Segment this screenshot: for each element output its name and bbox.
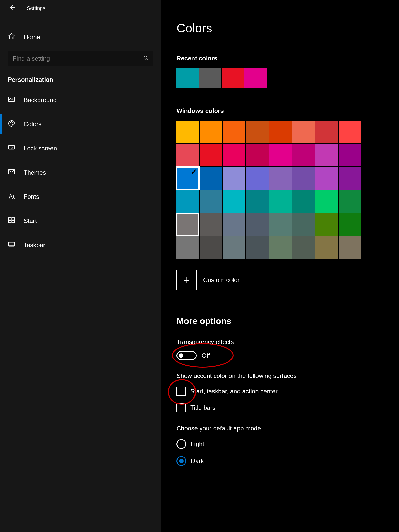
- app-mode-label: Choose your default app mode: [176, 425, 384, 432]
- windows-color-swatch[interactable]: [339, 167, 361, 190]
- windows-color-swatch[interactable]: [292, 236, 315, 259]
- windows-color-swatch[interactable]: [339, 213, 361, 236]
- radio-light-row: Light: [176, 439, 384, 449]
- svg-rect-10: [9, 218, 11, 220]
- windows-color-swatch[interactable]: [176, 190, 199, 213]
- windows-color-swatch[interactable]: [246, 190, 269, 213]
- windows-color-swatch[interactable]: [315, 236, 338, 259]
- windows-color-swatch[interactable]: [200, 144, 222, 166]
- windows-color-swatch[interactable]: [246, 213, 269, 236]
- recent-color-swatch[interactable]: [222, 68, 244, 88]
- windows-color-swatch[interactable]: [223, 236, 245, 259]
- svg-line-2: [147, 59, 148, 60]
- nav-item-taskbar[interactable]: Taskbar: [0, 233, 161, 257]
- windows-color-swatch[interactable]: [246, 144, 269, 166]
- accent-surfaces-label: Show accent color on the following surfa…: [176, 372, 384, 380]
- windows-color-swatch[interactable]: [269, 144, 292, 166]
- windows-color-swatch[interactable]: [176, 236, 199, 259]
- windows-color-swatch[interactable]: [315, 144, 338, 166]
- nav-label: Background: [24, 96, 57, 104]
- search-input[interactable]: [8, 51, 153, 66]
- nav-item-background[interactable]: Background: [0, 88, 161, 112]
- check-title-box[interactable]: [176, 403, 186, 412]
- back-icon[interactable]: [8, 4, 16, 13]
- radio-light[interactable]: [176, 439, 186, 449]
- windows-color-swatch[interactable]: [315, 121, 338, 143]
- windows-color-swatch[interactable]: [200, 167, 222, 190]
- windows-color-swatch[interactable]: [315, 167, 338, 190]
- windows-color-swatch[interactable]: [269, 213, 292, 236]
- nav-item-fonts[interactable]: Fonts: [0, 185, 161, 209]
- windows-color-swatch[interactable]: [223, 190, 245, 213]
- windows-color-swatch[interactable]: [246, 236, 269, 259]
- nav-label: Colors: [24, 121, 41, 128]
- windows-color-swatch[interactable]: [223, 121, 245, 143]
- check-start-row: Start, taskbar, and action center: [176, 387, 384, 396]
- transparency-toggle-row: Off: [176, 351, 384, 360]
- windows-color-swatch[interactable]: [200, 236, 222, 259]
- custom-color-row: + Custom color: [176, 270, 384, 290]
- recent-color-swatch[interactable]: [199, 68, 221, 88]
- windows-color-swatch[interactable]: [223, 167, 245, 190]
- check-title-label: Title bars: [190, 404, 216, 411]
- windows-color-swatch[interactable]: [269, 236, 292, 259]
- windows-color-swatch[interactable]: [176, 121, 199, 143]
- nav-label: Taskbar: [24, 241, 45, 249]
- radio-dark[interactable]: [176, 456, 186, 466]
- windows-color-swatch[interactable]: [292, 213, 315, 236]
- svg-rect-7: [9, 145, 15, 149]
- windows-color-swatch[interactable]: [223, 144, 245, 166]
- nav-label: Start: [24, 217, 37, 224]
- themes-icon: [8, 168, 15, 177]
- svg-rect-13: [12, 220, 14, 223]
- nav-item-start[interactable]: Start: [0, 209, 161, 233]
- nav-item-colors[interactable]: Colors: [0, 112, 161, 136]
- search-icon[interactable]: [143, 55, 149, 62]
- windows-color-swatch[interactable]: [339, 190, 361, 213]
- svg-point-5: [11, 122, 12, 122]
- check-start-box[interactable]: [176, 387, 186, 396]
- check-start-label: Start, taskbar, and action center: [190, 388, 278, 395]
- windows-color-swatch[interactable]: [339, 121, 361, 143]
- transparency-label: Transparency effects: [176, 338, 384, 346]
- windows-color-swatch[interactable]: [223, 213, 245, 236]
- windows-color-swatch[interactable]: [246, 167, 269, 190]
- windows-color-swatch[interactable]: [200, 213, 222, 236]
- windows-color-swatch[interactable]: [315, 190, 338, 213]
- windows-color-swatch[interactable]: [292, 121, 315, 143]
- windows-color-swatch[interactable]: [292, 167, 315, 190]
- title-bar: Settings: [0, 0, 161, 16]
- recent-colors-row: [176, 68, 384, 88]
- home-icon: [8, 32, 15, 42]
- windows-color-swatch[interactable]: [246, 121, 269, 143]
- nav-item-themes[interactable]: Themes: [0, 160, 161, 185]
- transparency-toggle[interactable]: [176, 351, 197, 360]
- windows-color-swatch[interactable]: [269, 190, 292, 213]
- windows-color-swatch[interactable]: [176, 213, 199, 236]
- recent-color-swatch[interactable]: [244, 68, 267, 88]
- nav-label: Themes: [24, 169, 46, 176]
- windows-color-swatch[interactable]: [200, 121, 222, 143]
- recent-color-swatch[interactable]: [176, 68, 199, 88]
- radio-light-label: Light: [191, 440, 204, 448]
- windows-color-swatch[interactable]: [200, 190, 222, 213]
- home-nav-item[interactable]: Home: [0, 27, 161, 47]
- nav-label: Lock screen: [24, 145, 57, 152]
- transparency-state: Off: [202, 352, 210, 359]
- windows-color-swatch[interactable]: [269, 121, 292, 143]
- custom-color-button[interactable]: +: [176, 270, 197, 290]
- windows-color-swatch[interactable]: [339, 236, 361, 259]
- windows-color-swatch[interactable]: [292, 190, 315, 213]
- nav-item-lock-screen[interactable]: Lock screen: [0, 136, 161, 160]
- svg-point-4: [10, 122, 11, 123]
- svg-rect-12: [9, 220, 11, 223]
- content-pane: Colors Recent colors Windows colors + Cu…: [161, 0, 399, 532]
- windows-color-swatch[interactable]: [176, 144, 199, 166]
- windows-color-swatch[interactable]: [315, 213, 338, 236]
- svg-rect-8: [11, 147, 12, 148]
- windows-color-swatch[interactable]: [292, 144, 315, 166]
- windows-color-swatch[interactable]: [269, 167, 292, 190]
- svg-point-6: [13, 122, 13, 123]
- windows-color-swatch[interactable]: [339, 144, 361, 166]
- windows-color-swatch[interactable]: [176, 167, 199, 190]
